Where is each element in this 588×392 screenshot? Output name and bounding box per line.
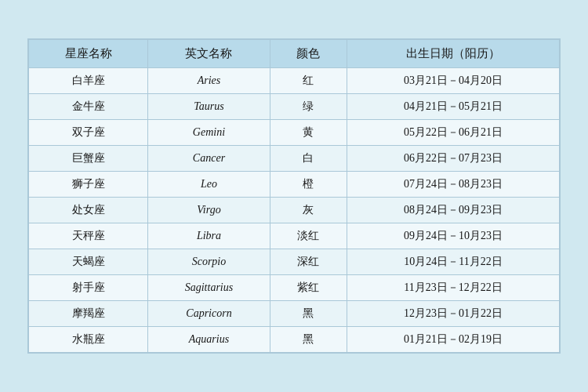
cell-english-name: Gemini [148, 120, 270, 146]
cell-color: 淡红 [270, 223, 347, 249]
cell-color: 黑 [270, 327, 347, 353]
cell-chinese-name: 摩羯座 [29, 301, 148, 327]
cell-dates: 03月21日－04月20日 [347, 68, 560, 94]
header-chinese-name: 星座名称 [29, 40, 148, 68]
table-row: 巨蟹座Cancer白06月22日－07月23日 [29, 146, 560, 172]
table-row: 双子座Gemini黄05月22日－06月21日 [29, 120, 560, 146]
zodiac-table: 星座名称 英文名称 颜色 出生日期（阳历） 白羊座Aries红03月21日－04… [28, 39, 560, 353]
cell-chinese-name: 金牛座 [29, 94, 148, 120]
table-row: 金牛座Taurus绿04月21日－05月21日 [29, 94, 560, 120]
header-color: 颜色 [270, 40, 347, 68]
cell-chinese-name: 水瓶座 [29, 327, 148, 353]
cell-dates: 06月22日－07月23日 [347, 146, 560, 172]
cell-color: 红 [270, 68, 347, 94]
cell-english-name: Aries [148, 68, 270, 94]
cell-color: 紫红 [270, 275, 347, 301]
cell-english-name: Taurus [148, 94, 270, 120]
cell-dates: 09月24日－10月23日 [347, 223, 560, 249]
cell-color: 黄 [270, 120, 347, 146]
table-row: 狮子座Leo橙07月24日－08月23日 [29, 172, 560, 198]
cell-dates: 08月24日－09月23日 [347, 198, 560, 223]
cell-english-name: Scorpio [148, 249, 270, 275]
table-row: 射手座Sagittarius紫红11月23日－12月22日 [29, 275, 560, 301]
cell-chinese-name: 射手座 [29, 275, 148, 301]
cell-color: 灰 [270, 198, 347, 223]
table-row: 摩羯座Capricorn黑12月23日－01月22日 [29, 301, 560, 327]
cell-english-name: Capricorn [148, 301, 270, 327]
table-header-row: 星座名称 英文名称 颜色 出生日期（阳历） [29, 40, 560, 68]
cell-color: 绿 [270, 94, 347, 120]
table-row: 处女座Virgo灰08月24日－09月23日 [29, 198, 560, 223]
cell-dates: 01月21日－02月19日 [347, 327, 560, 353]
header-dates: 出生日期（阳历） [347, 40, 560, 68]
cell-chinese-name: 白羊座 [29, 68, 148, 94]
cell-dates: 12月23日－01月22日 [347, 301, 560, 327]
cell-english-name: Virgo [148, 198, 270, 223]
cell-chinese-name: 天蝎座 [29, 249, 148, 275]
cell-color: 白 [270, 146, 347, 172]
cell-color: 黑 [270, 301, 347, 327]
cell-english-name: Sagittarius [148, 275, 270, 301]
cell-english-name: Cancer [148, 146, 270, 172]
zodiac-table-container: 星座名称 英文名称 颜色 出生日期（阳历） 白羊座Aries红03月21日－04… [27, 38, 561, 354]
table-body: 白羊座Aries红03月21日－04月20日金牛座Taurus绿04月21日－0… [29, 68, 560, 353]
table-row: 天秤座Libra淡红09月24日－10月23日 [29, 223, 560, 249]
cell-chinese-name: 处女座 [29, 198, 148, 223]
cell-dates: 11月23日－12月22日 [347, 275, 560, 301]
cell-chinese-name: 双子座 [29, 120, 148, 146]
cell-dates: 10月24日－11月22日 [347, 249, 560, 275]
cell-english-name: Aquarius [148, 327, 270, 353]
cell-dates: 04月21日－05月21日 [347, 94, 560, 120]
cell-english-name: Libra [148, 223, 270, 249]
cell-chinese-name: 天秤座 [29, 223, 148, 249]
cell-chinese-name: 狮子座 [29, 172, 148, 198]
table-row: 天蝎座Scorpio深红10月24日－11月22日 [29, 249, 560, 275]
cell-color: 深红 [270, 249, 347, 275]
cell-english-name: Leo [148, 172, 270, 198]
cell-dates: 05月22日－06月21日 [347, 120, 560, 146]
table-row: 白羊座Aries红03月21日－04月20日 [29, 68, 560, 94]
cell-chinese-name: 巨蟹座 [29, 146, 148, 172]
cell-dates: 07月24日－08月23日 [347, 172, 560, 198]
header-english-name: 英文名称 [148, 40, 270, 68]
cell-color: 橙 [270, 172, 347, 198]
table-row: 水瓶座Aquarius黑01月21日－02月19日 [29, 327, 560, 353]
